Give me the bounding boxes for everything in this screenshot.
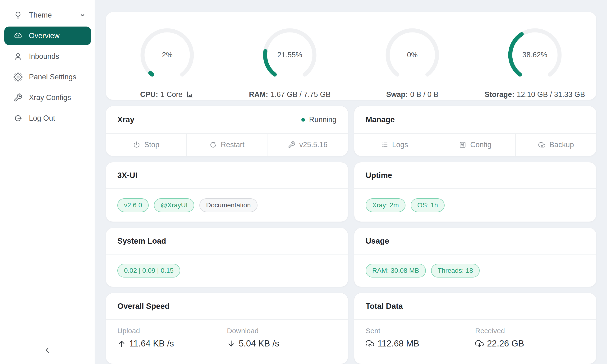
user-icon bbox=[13, 52, 23, 61]
system-stats-card: 2% CPU:1 Core 21.55% RAM:1.67 GB / 7.75 … bbox=[106, 12, 596, 100]
sidebar-item-label: Panel Settings bbox=[29, 73, 76, 81]
stat-label: Received bbox=[475, 327, 585, 335]
card-title: Xray bbox=[117, 115, 134, 124]
stat-value: 11.64 KB /s bbox=[129, 339, 174, 349]
sidebar: Theme Overview bbox=[0, 0, 95, 364]
manage-logs-button[interactable]: Logs bbox=[354, 134, 435, 156]
version-badge[interactable]: v2.6.0 bbox=[117, 198, 149, 212]
load-average-badge: 0.02 | 0.09 | 0.15 bbox=[117, 264, 180, 277]
ram-gauge: 21.55% RAM:1.67 GB / 7.75 GB bbox=[229, 12, 351, 100]
status-dot-icon bbox=[301, 118, 305, 122]
storage-gauge: 38.62% Storage:12.10 GB / 31.33 GB bbox=[474, 12, 596, 100]
bulb-icon bbox=[13, 11, 23, 20]
xray-stop-button[interactable]: Stop bbox=[106, 134, 186, 156]
ram-usage-badge: RAM: 30.08 MB bbox=[366, 264, 426, 277]
card-title: Manage bbox=[366, 115, 395, 124]
storage-caption: Storage:12.10 GB / 31.33 GB bbox=[485, 90, 585, 99]
threads-badge: Threads: 18 bbox=[431, 264, 480, 277]
logout-icon bbox=[13, 114, 23, 123]
sidebar-item-log-out[interactable]: Log Out bbox=[4, 109, 91, 128]
card-title: 3X-UI bbox=[117, 171, 137, 180]
dashboard-icon bbox=[13, 31, 23, 40]
reload-icon bbox=[209, 141, 217, 149]
swap-gauge: 0% Swap:0 B / 0 B bbox=[351, 12, 474, 100]
received-stat: Received 22.26 GB bbox=[475, 327, 585, 364]
upload-stat: Upload 11.64 KB /s bbox=[117, 327, 227, 364]
stat-value: 112.68 MB bbox=[378, 339, 419, 349]
telegram-badge[interactable]: @XrayUI bbox=[154, 198, 194, 212]
swap-percent: 0% bbox=[383, 25, 442, 85]
arrow-down-icon bbox=[227, 339, 236, 348]
manage-card: Manage Logs bbox=[354, 106, 596, 156]
system-load-card: System Load 0.02 | 0.09 | 0.15 bbox=[106, 228, 348, 287]
cpu-caption: CPU:1 Core bbox=[140, 90, 194, 99]
usage-card: Usage RAM: 30.08 MB Threads: 18 bbox=[354, 228, 596, 287]
sidebar-item-panel-settings[interactable]: Panel Settings bbox=[4, 68, 91, 86]
manage-backup-button[interactable]: Backup bbox=[515, 134, 596, 156]
card-title: Overall Speed bbox=[117, 302, 170, 311]
list-icon bbox=[381, 141, 388, 149]
arrow-up-icon bbox=[117, 339, 126, 348]
sidebar-item-overview[interactable]: Overview bbox=[4, 26, 91, 45]
wrench-icon bbox=[288, 141, 295, 149]
uptime-card: Uptime Xray: 2m OS: 1h bbox=[354, 162, 596, 222]
card-title: System Load bbox=[117, 236, 166, 246]
cloud-upload-icon bbox=[366, 339, 374, 348]
total-data-card: Total Data Sent 112.68 MB bbox=[354, 293, 596, 364]
main-content: 2% CPU:1 Core 21.55% RAM:1.67 GB / 7.75 … bbox=[95, 0, 607, 364]
os-uptime-badge: OS: 1h bbox=[411, 198, 445, 212]
sidebar-item-inbounds[interactable]: Inbounds bbox=[4, 47, 91, 66]
card-title: Usage bbox=[366, 236, 389, 246]
card-title: Uptime bbox=[366, 171, 392, 180]
xray-uptime-badge: Xray: 2m bbox=[366, 198, 406, 212]
cpu-percent: 2% bbox=[138, 25, 197, 85]
sidebar-item-label: Inbounds bbox=[29, 52, 59, 61]
xui-card: 3X-UI v2.6.0 @XrayUI Documentation bbox=[106, 162, 348, 222]
cloud-server-icon bbox=[538, 141, 546, 149]
stat-label: Download bbox=[227, 327, 336, 335]
sidebar-item-label: Xray Configs bbox=[29, 93, 71, 102]
swap-caption: Swap:0 B / 0 B bbox=[386, 90, 438, 99]
sidebar-item-xray-configs[interactable]: Xray Configs bbox=[4, 88, 91, 107]
gear-icon bbox=[13, 72, 23, 82]
cloud-download-icon bbox=[475, 339, 484, 348]
status-label: Running bbox=[309, 116, 336, 124]
stat-label: Upload bbox=[117, 327, 227, 335]
chevron-down-icon bbox=[79, 12, 86, 18]
overall-speed-card: Overall Speed Upload 11.64 KB /s Downl bbox=[106, 293, 348, 364]
manage-config-button[interactable]: Config bbox=[435, 134, 515, 156]
sidebar-item-theme[interactable]: Theme bbox=[4, 6, 91, 25]
stat-label: Sent bbox=[366, 327, 475, 335]
stat-value: 5.04 KB /s bbox=[239, 339, 279, 349]
sent-stat: Sent 112.68 MB bbox=[366, 327, 475, 364]
download-stat: Download 5.04 KB /s bbox=[227, 327, 336, 364]
stat-value: 22.26 GB bbox=[487, 339, 524, 349]
power-icon bbox=[133, 141, 140, 149]
storage-percent: 38.62% bbox=[505, 25, 565, 85]
sidebar-item-label: Log Out bbox=[29, 114, 55, 122]
wrench-icon bbox=[13, 93, 23, 102]
chevron-left-icon bbox=[43, 346, 52, 354]
ram-caption: RAM:1.67 GB / 7.75 GB bbox=[249, 90, 330, 99]
xray-version-button[interactable]: v25.5.16 bbox=[267, 134, 348, 156]
sidebar-item-label: Theme bbox=[29, 11, 52, 19]
xray-card: Xray Running Stop bbox=[106, 106, 348, 156]
app-root: Theme Overview bbox=[0, 0, 607, 364]
sidebar-collapse-button[interactable] bbox=[40, 343, 54, 357]
cpu-gauge: 2% CPU:1 Core bbox=[106, 12, 229, 100]
xray-restart-button[interactable]: Restart bbox=[186, 134, 267, 156]
sliders-icon bbox=[459, 141, 466, 149]
card-title: Total Data bbox=[366, 302, 403, 311]
xray-status: Running bbox=[301, 116, 336, 124]
ram-percent: 21.55% bbox=[260, 25, 319, 85]
area-chart-icon[interactable] bbox=[186, 90, 194, 99]
sidebar-item-label: Overview bbox=[29, 31, 60, 40]
documentation-badge[interactable]: Documentation bbox=[199, 198, 257, 212]
